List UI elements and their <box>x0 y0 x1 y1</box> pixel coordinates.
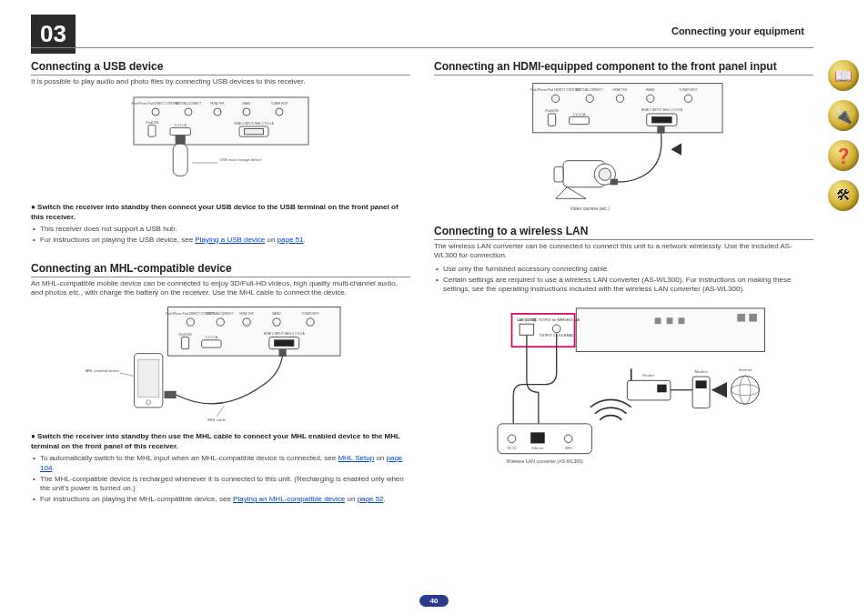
right-column: Connecting an HDMI-equipped component to… <box>434 60 813 587</box>
equipment-icon[interactable]: 🔌 <box>828 100 859 131</box>
svg-rect-34 <box>202 340 221 347</box>
svg-rect-84 <box>738 314 746 322</box>
svg-text:Wireless LAN converter (AS-WL3: Wireless LAN converter (AS-WL300) <box>507 458 583 464</box>
svg-text:iPod iPhone iPad DIRECT CONTRO: iPod iPhone iPad DIRECT CONTROL <box>131 102 180 106</box>
heading-mhl: Connecting an MHL-compatible device <box>31 262 410 277</box>
svg-rect-72 <box>610 179 617 186</box>
svg-text:BAND: BAND <box>242 102 251 106</box>
svg-rect-95 <box>658 385 667 393</box>
link-page-51[interactable]: page 51 <box>278 236 304 244</box>
svg-text:HDMI 5 INPUT/ MHL  5 V  0.9 A: HDMI 5 INPUT/ MHL 5 V 0.9 A <box>234 122 274 126</box>
note-mhl: ● Switch the receiver into standby then … <box>31 432 410 452</box>
divider <box>31 47 813 48</box>
list-item: To automatically switch to the MHL input… <box>31 454 410 474</box>
svg-point-69 <box>599 168 611 180</box>
svg-rect-79 <box>520 324 535 335</box>
bullets-usb: This receiver does not support a USB hub… <box>31 225 410 246</box>
help-icon[interactable]: ❓ <box>828 140 859 171</box>
svg-rect-81 <box>655 317 661 324</box>
svg-text:HDMI THX: HDMI THX <box>210 102 225 106</box>
section-usb: Connecting a USB device It is possible t… <box>31 60 410 253</box>
list-item: For instructions on playing the USB devi… <box>31 236 410 246</box>
svg-rect-33 <box>182 337 189 349</box>
svg-rect-83 <box>679 317 685 324</box>
svg-text:TUNER EDIT: TUNER EDIT <box>301 312 319 316</box>
svg-text:HDMI 5 INPUT/ MHL  5 V  0.9 A: HDMI 5 INPUT/ MHL 5 V 0.9 A <box>641 108 682 112</box>
link-playing-usb[interactable]: Playing a USB device <box>195 236 265 244</box>
svg-text:USB mass storage device: USB mass storage device <box>219 158 262 163</box>
list-item: This receiver does not support a USB hub… <box>31 225 410 235</box>
section-wlan: Connecting to a wireless LAN The wireles… <box>434 225 813 477</box>
section-hdmi: Connecting an HDMI-equipped component to… <box>434 60 813 216</box>
svg-text:5 V  2.1 A: 5 V 2.1 A <box>206 337 218 340</box>
svg-text:TUNER EDIT: TUNER EDIT <box>679 88 697 92</box>
intro-usb: It is possible to play audio and photo f… <box>31 77 410 86</box>
svg-text:Router: Router <box>643 373 655 377</box>
svg-text:DC OUTPUT for WIRELESS LAN: DC OUTPUT for WIRELESS LAN <box>533 318 580 322</box>
svg-rect-14 <box>244 129 263 135</box>
svg-rect-19 <box>173 145 187 176</box>
page-number: 40 <box>0 595 868 607</box>
svg-line-48 <box>217 407 224 418</box>
svg-rect-18 <box>175 136 185 145</box>
book-icon[interactable]: 📖 <box>828 60 859 91</box>
heading-wlan: Connecting to a wireless LAN <box>434 225 813 240</box>
svg-rect-70 <box>554 166 563 182</box>
svg-text:AUTO/ALC/DIRECT: AUTO/ALC/DIRECT <box>207 312 234 316</box>
intro-wlan: The wireless LAN converter can be connec… <box>434 242 813 261</box>
svg-text:BAND: BAND <box>273 312 282 316</box>
diagram-wlan: LAN (10/100) DC OUTPUT for WIRELESS LAN … <box>434 302 813 475</box>
heading-hdmi: Connecting an HDMI-equipped component to… <box>434 60 813 75</box>
bullets-mhl: To automatically switch to the MHL input… <box>31 454 410 505</box>
svg-text:Video camera (etc.): Video camera (etc.) <box>570 206 610 211</box>
diagram-mhl: iPod iPhone iPad DIRECT CONTROL AUTO/ALC… <box>31 301 410 428</box>
svg-text:MHL cable: MHL cable <box>208 418 227 422</box>
settings-icon[interactable]: 🛠 <box>828 180 859 211</box>
svg-rect-82 <box>667 317 673 324</box>
note-usb: ● Switch the receiver into standby then … <box>31 203 410 223</box>
svg-rect-61 <box>569 116 589 124</box>
diagram-usb: iPod iPhone iPad DIRECT CONTROL AUTO/ALC… <box>31 90 410 199</box>
svg-rect-99 <box>696 381 707 389</box>
section-mhl: Connecting an MHL-compatible device An M… <box>31 262 410 512</box>
sidebar: 📖 🔌 ❓ 🛠 <box>828 60 859 211</box>
svg-text:HDMI THX: HDMI THX <box>239 312 255 316</box>
svg-text:AUTO/ALC/DIRECT: AUTO/ALC/DIRECT <box>175 102 201 106</box>
svg-text:Modem: Modem <box>695 369 709 374</box>
link-page-52[interactable]: page 52 <box>358 495 384 503</box>
svg-text:HDMI 5 INPUT/ MHL  5 V  0.9 A: HDMI 5 INPUT/ MHL 5 V 0.9 A <box>264 332 306 336</box>
list-item: The MHL-compatible device is recharged w… <box>31 475 410 495</box>
svg-text:Ethernet: Ethernet <box>532 448 544 451</box>
svg-point-101 <box>732 376 760 404</box>
svg-text:BAND: BAND <box>646 88 655 92</box>
svg-rect-46 <box>279 349 287 357</box>
svg-rect-85 <box>750 314 758 322</box>
svg-text:HDMI THX: HDMI THX <box>612 88 628 92</box>
svg-line-44 <box>120 373 134 376</box>
chapter-title: Connecting your equipment <box>671 25 804 36</box>
diagram-hdmi: iPod iPhone iPad DIRECT CONTROL AUTO/ALC… <box>434 77 813 214</box>
list-item: Use only the furnished accessory connect… <box>434 265 813 275</box>
link-playing-mhl[interactable]: Playing an MHL-compatible device <box>233 495 345 503</box>
heading-usb: Connecting a USB device <box>31 60 410 75</box>
svg-rect-45 <box>165 391 177 398</box>
svg-rect-12 <box>170 128 190 136</box>
svg-text:DC 5V: DC 5V <box>508 448 518 451</box>
svg-rect-11 <box>148 126 156 137</box>
svg-rect-63 <box>651 116 671 123</box>
svg-text:AUTO/ALC/DIRECT: AUTO/ALC/DIRECT <box>576 88 603 92</box>
svg-point-80 <box>553 325 561 333</box>
svg-rect-36 <box>275 340 294 347</box>
svg-text:5 V  2.1 A: 5 V 2.1 A <box>174 124 187 127</box>
svg-text:iPod/USB: iPod/USB <box>545 109 559 113</box>
svg-text:iPod iPhone iPad DIRECT CONTRO: iPod iPhone iPad DIRECT CONTROL <box>530 88 581 92</box>
svg-rect-71 <box>657 126 664 133</box>
svg-text:iPod/USB: iPod/USB <box>179 333 193 337</box>
link-mhl-setup[interactable]: MHL Setup <box>338 454 374 462</box>
intro-mhl: An MHL-compatible mobile device can be c… <box>31 279 410 298</box>
svg-text:Internet: Internet <box>739 367 752 372</box>
svg-text:TUNER EDIT: TUNER EDIT <box>270 102 288 106</box>
svg-rect-88 <box>531 433 546 444</box>
svg-text:MHL enabled device: MHL enabled device <box>86 369 120 374</box>
list-item: Certain settings are required to use a w… <box>434 276 813 296</box>
